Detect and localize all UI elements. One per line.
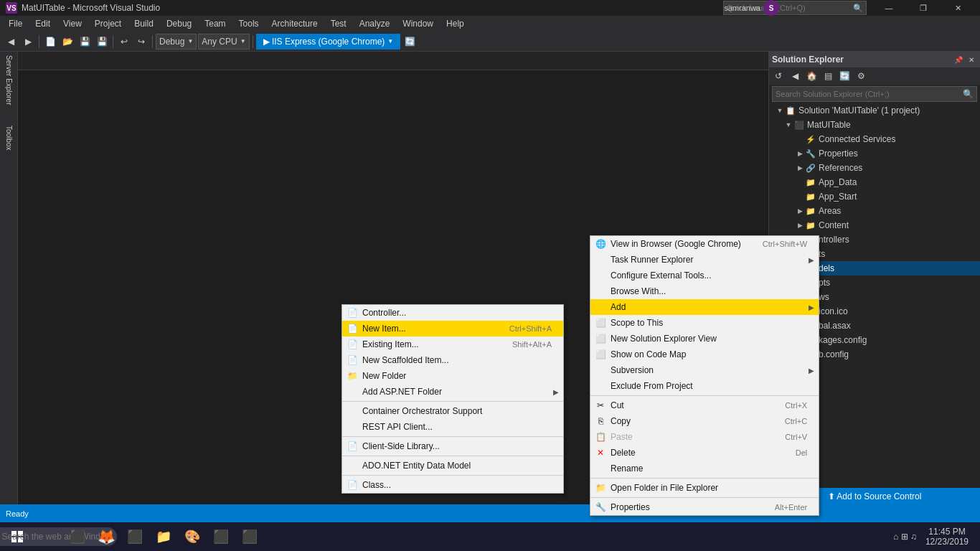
chrome-taskbar-icon[interactable]: ⬛: [235, 522, 264, 551]
ctx2-new-item-label: New Item...: [362, 324, 406, 334]
menu-file[interactable]: File: [3, 16, 28, 32]
ctx-browse-with[interactable]: Browse With...: [590, 283, 819, 299]
ctx-configure-tools[interactable]: Configure External Tools...: [590, 268, 819, 283]
references-item[interactable]: ▶ 🔗 References: [769, 161, 980, 175]
new-project-btn[interactable]: 📄: [42, 34, 58, 50]
ctx-delete[interactable]: ✕ Delete Del: [590, 445, 819, 461]
menu-window[interactable]: Window: [397, 16, 439, 32]
ctx-subversion[interactable]: Subversion ▶: [590, 362, 819, 378]
save-all-btn[interactable]: 💾: [94, 34, 110, 50]
menu-project[interactable]: Project: [89, 16, 127, 32]
se-settings-btn[interactable]: ⚙: [853, 68, 869, 84]
ctx-add[interactable]: Add ▶: [590, 299, 819, 315]
class-icon: 📄: [347, 479, 358, 491]
sep4: [253, 35, 253, 48]
se-home-btn[interactable]: 🏠: [804, 68, 819, 84]
ctx-exclude[interactable]: Exclude From Project: [590, 378, 819, 394]
run-button[interactable]: ▶ IIS Express (Google Chrome) ▼: [256, 34, 401, 50]
project-node[interactable]: ▼ ⬛ MatUITable: [769, 118, 980, 132]
ctx-new-se-view-label: New Solution Explorer View: [611, 334, 717, 344]
maximize-button[interactable]: ❐: [907, 0, 940, 16]
menu-build[interactable]: Build: [128, 16, 159, 32]
search-taskbar-btn[interactable]: 🔍: [34, 522, 63, 551]
se-refresh-btn[interactable]: 🔄: [837, 68, 852, 84]
se-view-btn[interactable]: ▤: [820, 68, 836, 84]
ctx-properties[interactable]: 🔧 Properties Alt+Enter: [590, 499, 819, 515]
platform-dropdown[interactable]: Any CPU ▼: [198, 34, 249, 50]
menu-tools[interactable]: Tools: [233, 16, 265, 32]
ctx-open-folder[interactable]: 📁 Open Folder in File Explorer: [590, 480, 819, 496]
folder-taskbar-icon[interactable]: 📁: [149, 522, 178, 551]
add-icon: [595, 301, 606, 313]
ctx2-new-folder-label: New Folder: [362, 371, 406, 381]
ctx-show-code-map[interactable]: ⬜ Show on Code Map: [590, 347, 819, 362]
close-button[interactable]: ✕: [941, 0, 974, 16]
refresh-btn[interactable]: 🔄: [402, 34, 418, 50]
config-dropdown[interactable]: Debug ▼: [156, 34, 197, 50]
ctx2-rest-api[interactable]: REST API Client...: [342, 419, 563, 435]
ctx-copy[interactable]: ⎘ Copy Ctrl+C: [590, 413, 819, 429]
menu-help[interactable]: Help: [440, 16, 470, 32]
sep2: [113, 35, 113, 48]
ctx2-existing-item[interactable]: 📄 Existing Item... Shift+Alt+A: [342, 336, 563, 352]
menu-edit[interactable]: Edit: [29, 16, 56, 32]
app-data-item[interactable]: 📁 App_Data: [769, 175, 980, 189]
expand-icon: ▼: [775, 107, 785, 114]
se-search-input[interactable]: [776, 90, 963, 98]
ctx2-new-item[interactable]: 📄 New Item... Ctrl+Shift+A: [342, 321, 563, 336]
ctx-task-runner[interactable]: Task Runner Explorer ▶: [590, 252, 819, 268]
forward-button[interactable]: ▶: [20, 34, 36, 50]
ctx2-class[interactable]: 📄 Class...: [342, 477, 563, 493]
save-btn[interactable]: 💾: [77, 34, 93, 50]
redo-btn[interactable]: ↪: [133, 34, 149, 50]
minimize-button[interactable]: —: [872, 0, 905, 16]
ctx-view-browser[interactable]: 🌐 View in Browser (Google Chrome) Ctrl+S…: [590, 236, 819, 252]
ctx2-new-folder[interactable]: 📁 New Folder: [342, 368, 563, 384]
se-sync-btn[interactable]: ↺: [771, 68, 786, 84]
connected-services-item[interactable]: ⚡ Connected Services: [769, 132, 980, 146]
menu-bar: File Edit View Project Build Debug Team …: [0, 16, 980, 32]
paint-icon[interactable]: 🎨: [178, 522, 207, 551]
ctx2-client-side[interactable]: 📄 Client-Side Library...: [342, 438, 563, 454]
ctx2-container[interactable]: Container Orchestrator Support: [342, 403, 563, 419]
ctx2-controller[interactable]: 📄 Controller...: [342, 305, 563, 321]
left-sidebar: Server Explorer Toolbox: [0, 52, 18, 504]
menu-team[interactable]: Team: [199, 16, 231, 32]
task-view-btn[interactable]: ⬛: [63, 522, 92, 551]
se-back-btn[interactable]: ◀: [787, 68, 803, 84]
ctx-paste[interactable]: 📋 Paste Ctrl+V: [590, 429, 819, 445]
se-title-bar: Solution Explorer 📌 ✕: [769, 52, 980, 67]
vs-taskbar-icon[interactable]: ⬛: [121, 522, 149, 551]
ctx2-new-scaffolded[interactable]: 📄 New Scaffolded Item...: [342, 352, 563, 368]
ctx-scope-to-this[interactable]: ⬜ Scope to This: [590, 315, 819, 331]
content-item[interactable]: ▶ 📁 Content: [769, 218, 980, 232]
menu-architecture[interactable]: Architecture: [266, 16, 324, 32]
ctx-open-folder-label: Open Folder in File Explorer: [611, 483, 718, 493]
se-pin-btn[interactable]: 📌: [953, 54, 964, 65]
firefox-icon[interactable]: 🦊: [92, 522, 121, 551]
user-avatar[interactable]: S: [763, 0, 779, 16]
se-search-box[interactable]: 🔍: [772, 86, 977, 102]
toolbox-tab[interactable]: Toolbox: [0, 109, 18, 166]
app-start-item[interactable]: 📁 App_Start: [769, 189, 980, 204]
menu-debug[interactable]: Debug: [161, 16, 197, 32]
ctx2-ado-net[interactable]: ADO.NET Entity Data Model: [342, 458, 563, 474]
ctx-new-se-view[interactable]: ⬜ New Solution Explorer View: [590, 331, 819, 347]
undo-btn[interactable]: ↩: [116, 34, 132, 50]
properties-item[interactable]: ▶ 🔧 Properties: [769, 146, 980, 161]
solution-root[interactable]: ▼ 📋 Solution 'MatUITable' (1 project): [769, 103, 980, 118]
server-explorer-tab[interactable]: Server Explorer: [0, 52, 18, 109]
back-button[interactable]: ◀: [3, 34, 19, 50]
ctx-cut-shortcut: Ctrl+X: [763, 401, 807, 410]
ctx-cut[interactable]: ✂ Cut Ctrl+X: [590, 397, 819, 413]
areas-item[interactable]: ▶ 📁 Areas: [769, 204, 980, 218]
ctx-properties-label: Properties: [611, 502, 650, 512]
menu-analyze[interactable]: Analyze: [354, 16, 396, 32]
se-close-btn[interactable]: ✕: [966, 54, 977, 65]
menu-test[interactable]: Test: [325, 16, 352, 32]
ctx2-aspnet-folder[interactable]: Add ASP.NET Folder ▶: [342, 384, 563, 400]
open-btn[interactable]: 📂: [60, 34, 75, 50]
menu-view[interactable]: View: [57, 16, 88, 32]
ie-icon[interactable]: ⬛: [207, 522, 235, 551]
ctx-rename[interactable]: Rename: [590, 461, 819, 476]
